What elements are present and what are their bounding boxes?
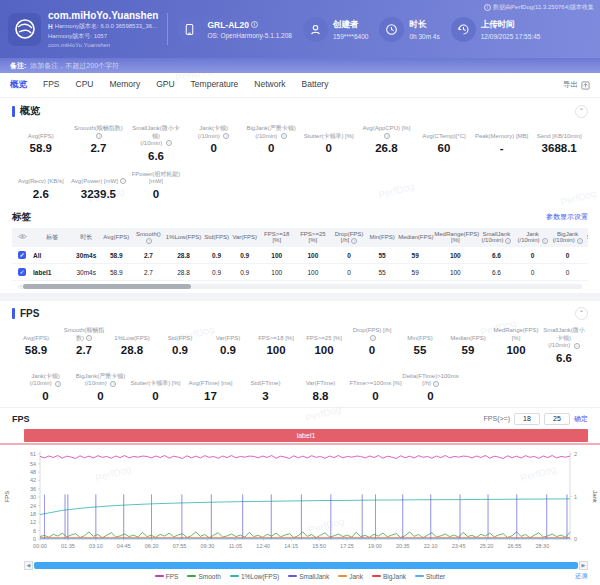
metric-value: 2.7 (61, 344, 107, 356)
info-icon[interactable]: i (166, 140, 172, 146)
info-icon[interactable]: i (223, 133, 229, 139)
info-icon[interactable]: i (542, 238, 548, 244)
info-icon[interactable]: i (370, 335, 376, 341)
fps-chart-block: FPS FPS(>=) 确定 label1 061218243036424854… (0, 407, 600, 583)
svg-text:22:10: 22:10 (424, 543, 438, 549)
metric: Avg(FPS)58.9 (12, 325, 60, 366)
legend-color-dash (338, 575, 347, 577)
fps-threshold-input-2[interactable] (544, 413, 570, 425)
metric-value: 100 (253, 344, 299, 356)
cell-value: 0.9 (231, 247, 259, 264)
remark-bar[interactable]: 备注: 添加备注，不超过200个字符 (0, 58, 600, 73)
metric: Min(FPS)55 (396, 325, 444, 366)
legend-item-1-low-fps-[interactable]: 1%Low(FPS) (230, 573, 279, 580)
cell-value: 0 (331, 264, 367, 281)
table-row: ✓All30m4s58.92.728.80.90.910010005559100… (12, 247, 588, 264)
cell-value: 6.6 (477, 264, 515, 281)
metric: Std(FTime)3 (238, 371, 293, 404)
info-icon[interactable]: i (110, 381, 116, 387)
fps-threshold-input-1[interactable] (514, 413, 540, 425)
metric: Avg(CTemp)[°C]60 (415, 123, 473, 164)
info-icon[interactable]: i (505, 238, 511, 244)
tab-network[interactable]: Network (254, 79, 285, 91)
visibility-eye-icon[interactable] (18, 233, 27, 240)
row-checkbox[interactable]: ✓ (18, 251, 26, 259)
tab-fps[interactable]: FPS (43, 79, 60, 91)
metric-value: 8.8 (294, 390, 347, 402)
legend-item-smooth[interactable]: Smooth (187, 573, 220, 580)
metric: SmallJank(微小卡顿)(/10min) i6.6 (540, 325, 588, 366)
collapse-fps-button[interactable]: ˇ (575, 307, 588, 320)
metric-value: 2.7 (71, 142, 127, 154)
column-header: Stutter [%] (586, 228, 588, 248)
creator-value: 159****6400 (333, 33, 368, 40)
cell-value: 58.9 (100, 264, 132, 281)
svg-text:2: 2 (574, 451, 577, 457)
duration-label: 时长 (409, 19, 439, 31)
parameter-display-settings-link[interactable]: 参数显示设置 (546, 212, 588, 222)
svg-text:03:10: 03:10 (89, 543, 103, 549)
legend-item-jank[interactable]: Jank (338, 573, 363, 580)
info-icon[interactable]: i (86, 335, 92, 341)
label1-range-bar[interactable]: label1 (24, 429, 588, 442)
svg-text:20:35: 20:35 (396, 543, 410, 549)
cell-value: 0 (586, 247, 588, 264)
device-info-icon[interactable]: i (251, 21, 258, 28)
cell-value: 55 (367, 247, 397, 264)
collapse-overview-button[interactable]: ˇ (575, 105, 588, 118)
metric: Median(FPS)59 (444, 325, 492, 366)
duration-block: 时长 0h 30m 4s (379, 17, 439, 42)
column-header: MedRange(FPS)[%] (433, 228, 477, 248)
info-icon[interactable]: i (577, 238, 583, 244)
svg-text:04:45: 04:45 (117, 543, 131, 549)
tag-name: All (32, 247, 72, 264)
metric: Var(FPS)0.9 (204, 325, 252, 366)
info-icon[interactable]: i (55, 381, 61, 387)
chart-scrollbar-thumb[interactable] (34, 562, 578, 569)
cell-value: 0 (515, 247, 549, 264)
info-icon[interactable]: i (96, 133, 102, 139)
info-icon[interactable]: i (384, 133, 390, 139)
tab-battery[interactable]: Battery (302, 79, 329, 91)
metric-value: 0.9 (157, 344, 203, 356)
column-header: Var(FPS) (231, 228, 259, 248)
tab-gpu[interactable]: GPU (156, 79, 174, 91)
metric: FPS>=18 [%]100 (252, 325, 300, 366)
fps-threshold-controls: FPS(>=) 确定 (484, 413, 588, 425)
metric-value: - (474, 142, 530, 154)
fps-metrics-row1: Avg(FPS)58.9Smooth(顺畅指数)i2.71%Low(FPS)28… (12, 325, 588, 366)
svg-text:17:25: 17:25 (340, 543, 354, 549)
info-icon[interactable]: i (433, 381, 439, 387)
column-header: Median(FPS) (397, 228, 433, 248)
legend-item-stutter[interactable]: Stutter (415, 573, 445, 580)
info-icon[interactable]: i (281, 133, 287, 139)
tab-overview[interactable]: 概览 (10, 79, 27, 91)
legend-item-bigjank[interactable]: BigJank (372, 573, 406, 580)
scroll-left-arrow[interactable]: ◀ (24, 561, 33, 570)
export-button[interactable]: 导出 (563, 80, 590, 90)
fps-line-chart: 0612182430364248546101200:0001:3503:1004… (0, 445, 600, 557)
cell-value: 28.8 (164, 247, 202, 264)
tab-cpu[interactable]: CPU (76, 79, 94, 91)
tags-title: 标签 (12, 211, 31, 224)
tab-memory[interactable]: Memory (109, 79, 140, 91)
legend-item-fps[interactable]: FPS (155, 573, 179, 580)
duration-value: 0h 30m 4s (409, 33, 439, 40)
restore-zoom-link[interactable]: 还原 (575, 572, 588, 581)
metric: Stutter(卡顿率) [%]0 (128, 371, 183, 404)
cell-value: 100 (433, 264, 477, 281)
metric-value: 2.6 (13, 188, 69, 200)
table-scrollbar-thumb[interactable] (23, 284, 191, 289)
info-icon[interactable]: i (120, 178, 126, 184)
metric-value: 0 (74, 390, 127, 402)
tab-temperature[interactable]: Temperature (191, 79, 239, 91)
confirm-button[interactable]: 确定 (574, 414, 588, 424)
row-checkbox[interactable]: ✓ (18, 268, 26, 276)
scroll-right-arrow[interactable]: ▶ (579, 561, 588, 570)
info-icon[interactable]: i (574, 343, 580, 349)
info-icon[interactable]: i (351, 238, 357, 244)
metric-value: 55 (397, 344, 443, 356)
legend-item-smalljank[interactable]: SmallJank (288, 573, 329, 580)
fps-metrics-row2: Jank(卡顿)(/10min) i0BigJank(严重卡顿)(/10min)… (12, 371, 588, 404)
info-icon[interactable]: i (146, 238, 152, 244)
